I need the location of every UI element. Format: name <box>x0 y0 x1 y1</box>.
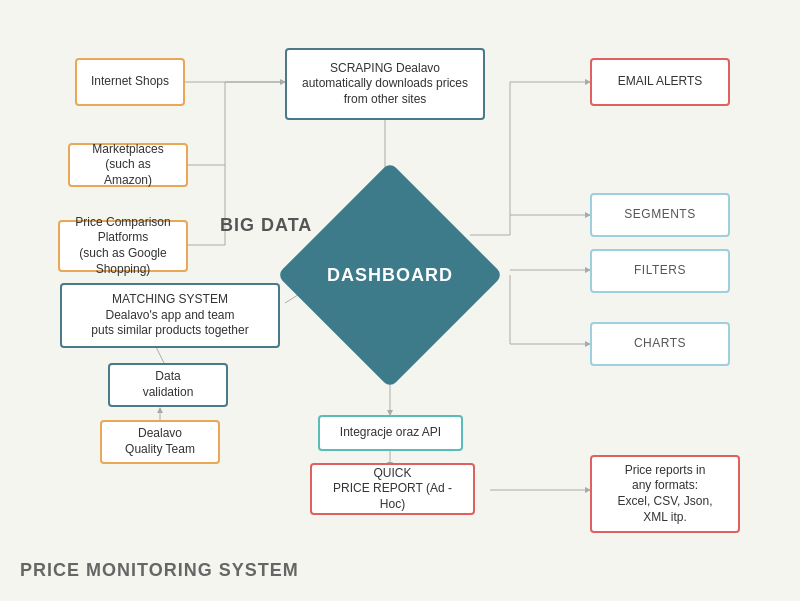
segments-box: SEGMENTS <box>590 193 730 237</box>
dashboard-diamond: DASHBOARD <box>310 195 470 355</box>
integracje-box: Integracje oraz API <box>318 415 463 451</box>
internet-shops-box: Internet Shops <box>75 58 185 106</box>
pms-label: PRICE MONITORING SYSTEM <box>20 560 299 581</box>
price-reports-box: Price reports inany formats:Excel, CSV, … <box>590 455 740 533</box>
big-data-label: BIG DATA <box>220 215 312 236</box>
matching-box: MATCHING SYSTEMDealavo's app and teamput… <box>60 283 280 348</box>
charts-box: CHARTS <box>590 322 730 366</box>
filters-box: FILTERS <box>590 249 730 293</box>
scraping-box: SCRAPING Dealavoautomatically downloads … <box>285 48 485 120</box>
dealavo-quality-box: DealavoQuality Team <box>100 420 220 464</box>
diagram: Internet Shops Marketplaces(such as Amaz… <box>0 0 800 601</box>
price-comparison-box: Price Comparison Platforms(such as Googl… <box>58 220 188 272</box>
email-alerts-box: EMAIL ALERTS <box>590 58 730 106</box>
data-validation-box: Datavalidation <box>108 363 228 407</box>
quick-price-box: QUICKPRICE REPORT (Ad - Hoc) <box>310 463 475 515</box>
marketplaces-box: Marketplaces(such as Amazon) <box>68 143 188 187</box>
